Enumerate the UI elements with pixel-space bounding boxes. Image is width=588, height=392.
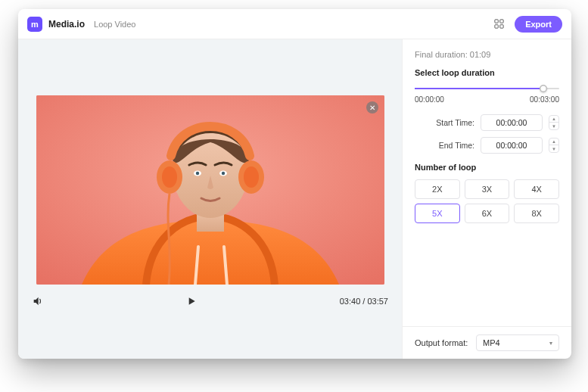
chevron-up-icon[interactable]: ▲ [549,116,558,123]
svg-rect-2 [495,25,498,28]
output-row: Output format: MP4 ▾ [403,326,571,359]
svg-point-12 [244,166,259,188]
svg-rect-1 [499,20,502,23]
start-time-row: Start Time: ▲ ▼ [415,114,559,131]
chevron-down-icon[interactable]: ▼ [549,123,558,129]
loop-grid: 2X 3X 4X 5X 6X 8X [415,179,559,223]
loop-option-6x[interactable]: 6X [465,204,510,223]
svg-point-16 [221,172,224,175]
volume-icon[interactable] [32,295,44,307]
brand-name: Media.io [48,19,85,30]
slider-labels: 00:00:00 00:03:00 [415,95,559,104]
slider-max: 00:03:00 [530,95,559,104]
svg-rect-0 [495,20,498,23]
sidebar: Final duration: 01:09 Select loop durati… [402,39,571,359]
start-time-input[interactable] [481,114,543,131]
svg-rect-3 [499,25,502,28]
loop-option-2x[interactable]: 2X [415,179,460,199]
timecode: 03:40 / 03:57 [340,297,388,306]
end-time-stepper[interactable]: ▲ ▼ [549,138,559,153]
video-preview[interactable]: ✕ [36,95,384,285]
output-format-label: Output format: [415,338,468,347]
end-time-input[interactable] [481,137,543,154]
duration-slider[interactable] [415,85,559,92]
loop-option-8x[interactable]: 8X [514,204,559,223]
end-time-label: End Time: [439,141,474,150]
brand-logo: m [27,17,42,32]
slider-thumb[interactable] [540,85,547,92]
number-of-loop-title: Number of loop [415,163,559,172]
start-time-label: Start Time: [436,118,474,127]
loop-option-3x[interactable]: 3X [465,179,510,199]
output-format-value: MP4 [483,338,500,347]
end-time-row: End Time: ▲ ▼ [415,137,559,154]
chevron-down-icon: ▾ [549,340,552,347]
apps-grid-icon[interactable] [489,14,509,34]
start-time-stepper[interactable]: ▲ ▼ [549,115,559,130]
preview-pane: ✕ 03:40 / 03:57 [18,39,402,359]
chevron-down-icon[interactable]: ▼ [549,145,558,152]
remove-media-icon[interactable]: ✕ [366,101,378,114]
page-title: Loop Video [94,20,135,29]
loop-option-4x[interactable]: 4X [514,179,559,199]
time-total: 03:57 [367,297,388,306]
play-icon[interactable] [185,295,198,307]
body: ✕ 03:40 / 03:57 Final duration: 01:09 [18,39,571,359]
app-window: m Media.io Loop Video Export [18,9,571,359]
player-controls: 03:40 / 03:57 [29,289,391,307]
header: m Media.io Loop Video Export [18,9,571,39]
select-loop-duration-title: Select loop duration [415,68,559,77]
chevron-up-icon[interactable]: ▲ [549,138,558,145]
loop-option-5x[interactable]: 5X [415,204,460,223]
export-button[interactable]: Export [515,16,562,33]
slider-min: 00:00:00 [415,95,444,104]
svg-point-10 [162,166,177,188]
svg-point-14 [195,172,198,175]
output-format-select[interactable]: MP4 ▾ [476,334,559,351]
time-current: 03:40 [340,297,361,306]
final-duration: Final duration: 01:09 [415,50,559,59]
